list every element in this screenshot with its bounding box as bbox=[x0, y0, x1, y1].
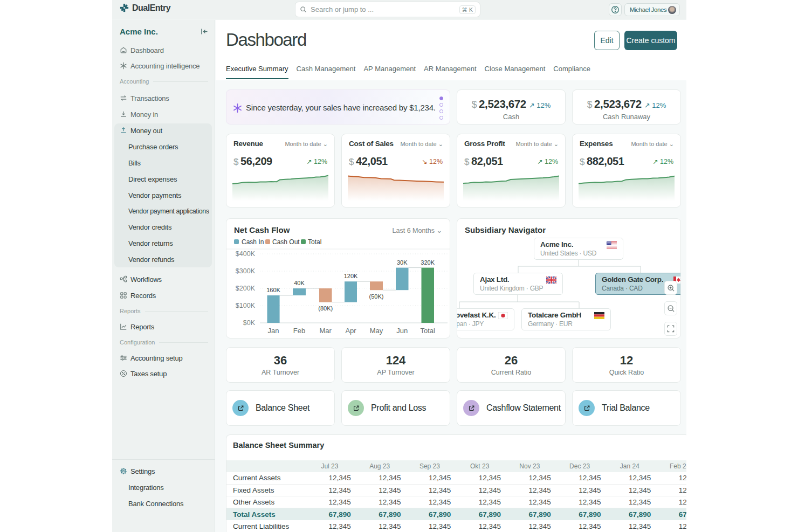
svg-text:160K: 160K bbox=[266, 287, 280, 293]
svg-text:$0K: $0K bbox=[243, 319, 256, 327]
svg-text:Apr: Apr bbox=[345, 327, 356, 335]
svg-text:Total: Total bbox=[420, 327, 435, 335]
svg-text:Jan: Jan bbox=[268, 327, 279, 335]
svg-text:120K: 120K bbox=[344, 273, 358, 279]
svg-text:Feb: Feb bbox=[293, 327, 305, 335]
svg-text:(50K): (50K) bbox=[369, 293, 384, 300]
svg-text:$400K: $400K bbox=[236, 250, 256, 258]
svg-text:$100K: $100K bbox=[236, 302, 256, 309]
svg-text:40K: 40K bbox=[294, 280, 305, 286]
svg-text:30K: 30K bbox=[397, 259, 408, 266]
svg-text:Cash In: Cash In bbox=[242, 238, 264, 246]
svg-text:320K: 320K bbox=[421, 259, 435, 266]
svg-text:May: May bbox=[370, 327, 383, 335]
svg-text:Total: Total bbox=[308, 238, 321, 246]
svg-text:Mar: Mar bbox=[320, 327, 332, 335]
svg-text:$300K: $300K bbox=[236, 267, 256, 275]
svg-text:Jun: Jun bbox=[396, 327, 408, 335]
svg-text:(80K): (80K) bbox=[318, 305, 333, 312]
svg-text:Cash Out: Cash Out bbox=[272, 238, 300, 246]
svg-text:$200K: $200K bbox=[236, 285, 256, 292]
